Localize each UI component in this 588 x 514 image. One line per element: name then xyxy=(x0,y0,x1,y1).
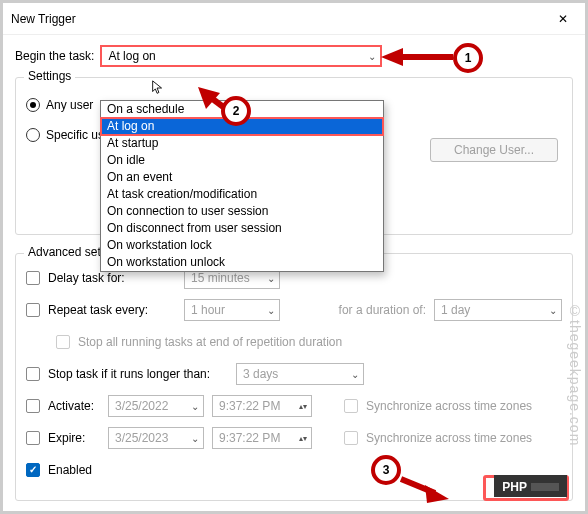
sync-expire-label: Synchronize across time zones xyxy=(366,431,532,445)
chevron-down-icon: ⌄ xyxy=(368,51,376,62)
spinner-icon: ▴▾ xyxy=(299,402,307,411)
chevron-down-icon: ⌄ xyxy=(351,369,359,380)
advanced-settings-group: Advanced settings Delay task for: 15 min… xyxy=(15,253,573,501)
repeat-checkbox[interactable] xyxy=(26,303,40,317)
annotation-callout-3: 3 xyxy=(371,455,401,485)
sync-expire-checkbox xyxy=(344,431,358,445)
repeat-combo[interactable]: 1 hour ⌄ xyxy=(184,299,280,321)
annotation-callout-2: 2 xyxy=(221,96,251,126)
delay-label: Delay task for: xyxy=(48,271,176,285)
activate-time: 9:37:22 PM xyxy=(219,399,280,413)
dropdown-item[interactable]: On an event xyxy=(101,169,383,186)
expire-time-combo[interactable]: 9:37:22 PM ▴▾ xyxy=(212,427,312,449)
duration-label: for a duration of: xyxy=(339,303,426,317)
activate-label: Activate: xyxy=(48,399,100,413)
stop-all-label: Stop all running tasks at end of repetit… xyxy=(78,335,342,349)
close-button[interactable]: ✕ xyxy=(541,3,585,35)
expire-row: Expire: 3/25/2023 ⌄ 9:37:22 PM ▴▾ Synchr… xyxy=(26,426,562,450)
window-title: New Trigger xyxy=(11,12,76,26)
stop-all-row: Stop all running tasks at end of repetit… xyxy=(26,330,562,354)
chevron-down-icon: ⌄ xyxy=(549,305,557,316)
expire-date-combo[interactable]: 3/25/2023 ⌄ xyxy=(108,427,204,449)
activate-row: Activate: 3/25/2022 ⌄ 9:37:22 PM ▴▾ Sync… xyxy=(26,394,562,418)
duration-value: 1 day xyxy=(441,303,470,317)
dropdown-item[interactable]: On connection to user session xyxy=(101,203,383,220)
dialog-content: Begin the task: At log on ⌄ Settings Any… xyxy=(3,35,585,509)
stop-if-row: Stop task if it runs longer than: 3 days… xyxy=(26,362,562,386)
stop-if-value: 3 days xyxy=(243,367,278,381)
expire-label: Expire: xyxy=(48,431,100,445)
radio-any-user[interactable] xyxy=(26,98,40,112)
close-icon: ✕ xyxy=(558,12,568,26)
spinner-icon: ▴▾ xyxy=(299,434,307,443)
expire-checkbox[interactable] xyxy=(26,431,40,445)
activate-date-combo[interactable]: 3/25/2022 ⌄ xyxy=(108,395,204,417)
chevron-down-icon: ⌄ xyxy=(191,433,199,444)
chevron-down-icon: ⌄ xyxy=(267,273,275,284)
change-user-button[interactable]: Change User... xyxy=(430,138,558,162)
dropdown-item[interactable]: On workstation unlock xyxy=(101,254,383,271)
repeat-row: Repeat task every: 1 hour ⌄ for a durati… xyxy=(26,298,562,322)
dropdown-item[interactable]: At task creation/modification xyxy=(101,186,383,203)
delay-value: 15 minutes xyxy=(191,271,250,285)
watermark-text: ©thegeekpage.com xyxy=(567,303,583,446)
enabled-row: Enabled xyxy=(26,458,562,482)
activate-date: 3/25/2022 xyxy=(115,399,168,413)
php-badge: PHP xyxy=(494,475,567,497)
chevron-down-icon: ⌄ xyxy=(267,305,275,316)
sync-activate-label: Synchronize across time zones xyxy=(366,399,532,413)
expire-time: 9:37:22 PM xyxy=(219,431,280,445)
activate-time-combo[interactable]: 9:37:22 PM ▴▾ xyxy=(212,395,312,417)
change-user-label: Change User... xyxy=(454,143,534,157)
stop-if-checkbox[interactable] xyxy=(26,367,40,381)
repeat-label: Repeat task every: xyxy=(48,303,176,317)
repeat-value: 1 hour xyxy=(191,303,225,317)
chevron-down-icon: ⌄ xyxy=(191,401,199,412)
new-trigger-dialog: New Trigger ✕ Begin the task: At log on … xyxy=(0,0,588,514)
dropdown-item[interactable]: On idle xyxy=(101,152,383,169)
begin-task-selected: At log on xyxy=(108,49,155,63)
dropdown-item[interactable]: At startup xyxy=(101,135,383,152)
expire-date: 3/25/2023 xyxy=(115,431,168,445)
begin-task-label: Begin the task: xyxy=(15,49,94,63)
settings-group-title: Settings xyxy=(24,69,75,83)
enabled-checkbox[interactable] xyxy=(26,463,40,477)
enabled-label: Enabled xyxy=(48,463,92,477)
dropdown-item[interactable]: On workstation lock xyxy=(101,237,383,254)
duration-combo[interactable]: 1 day ⌄ xyxy=(434,299,562,321)
any-user-label: Any user xyxy=(46,98,93,112)
annotation-callout-1: 1 xyxy=(453,43,483,73)
sync-activate-checkbox xyxy=(344,399,358,413)
delay-checkbox[interactable] xyxy=(26,271,40,285)
stop-if-label: Stop task if it runs longer than: xyxy=(48,367,228,381)
begin-task-row: Begin the task: At log on ⌄ xyxy=(15,45,573,67)
stop-if-combo[interactable]: 3 days ⌄ xyxy=(236,363,364,385)
radio-specific-user[interactable] xyxy=(26,128,40,142)
stop-all-checkbox xyxy=(56,335,70,349)
titlebar: New Trigger ✕ xyxy=(3,3,585,35)
begin-task-combo[interactable]: At log on ⌄ xyxy=(100,45,382,67)
specific-user-label: Specific us xyxy=(46,128,104,142)
begin-task-dropdown[interactable]: On a scheduleAt log onAt startupOn idleO… xyxy=(100,100,384,272)
dropdown-item[interactable]: On disconnect from user session xyxy=(101,220,383,237)
activate-checkbox[interactable] xyxy=(26,399,40,413)
